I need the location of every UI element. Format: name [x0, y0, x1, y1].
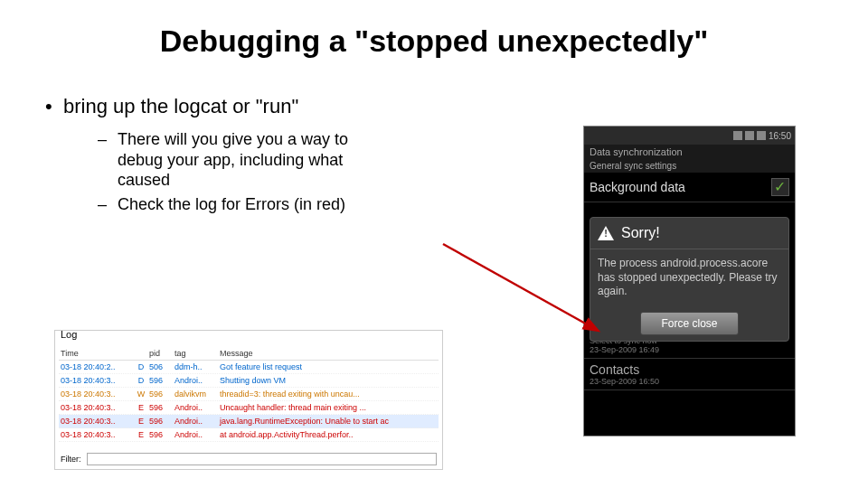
- table-row[interactable]: 03-18 20:40:3..W596dalvikvmthreadid=3: t…: [59, 388, 439, 401]
- dialog-title: Sorry!: [621, 225, 660, 241]
- checkbox[interactable]: ✓: [771, 178, 789, 196]
- svg-line-0: [443, 244, 597, 330]
- logcat-panel: Log Time pid tag Message 03-18 20:40:2..…: [54, 330, 443, 470]
- section-header: General sync settings: [584, 159, 795, 173]
- bullet-main: bring up the logcat or "run": [45, 95, 434, 118]
- android-phone-screenshot: 16:50 Data synchronization General sync …: [583, 126, 796, 436]
- filter-input[interactable]: [87, 453, 438, 465]
- dialog-message: The process android.process.acore has st…: [590, 249, 788, 306]
- table-header: Time pid tag Message: [59, 347, 439, 360]
- battery-icon: [757, 131, 766, 140]
- checkmark-icon: ✓: [774, 181, 787, 193]
- panel-label: Log: [61, 329, 77, 340]
- bullet-sub-1: There will you give you a way to debug y…: [45, 129, 389, 191]
- warning-icon: [598, 226, 614, 240]
- error-dialog: Sorry! The process android.process.acore…: [590, 217, 789, 342]
- slide-title: Debugging a "stopped unexpectedly": [0, 0, 868, 59]
- table-row[interactable]: 03-18 20:40:2..D506ddm-h..Got feature li…: [59, 361, 439, 374]
- table-row[interactable]: 03-18 20:40:3..D596Androi..Shutting down…: [59, 374, 439, 388]
- table-row[interactable]: 03-18 20:40:3..E596Androi.. at android.a…: [59, 428, 439, 442]
- screen-title: Data synchronization: [584, 145, 795, 159]
- force-close-button[interactable]: Force close: [640, 312, 738, 335]
- bullet-sub-2: Check the log for Errors (in red): [45, 194, 389, 215]
- filter-label: Filter:: [61, 455, 81, 464]
- status-bar: 16:50: [584, 127, 795, 145]
- wifi-icon: [745, 131, 754, 140]
- table-row[interactable]: 03-18 20:40:3..E596Androi..Uncaught hand…: [59, 401, 439, 415]
- table-row[interactable]: 03-18 20:40:3..E596Androi..java.lang.Run…: [59, 415, 439, 428]
- slide-body: bring up the logcat or "run" There will …: [0, 59, 434, 214]
- setting-label: Background data: [590, 180, 685, 194]
- list-item: Contacts 23-Sep-2009 16:50: [584, 359, 795, 390]
- setting-row-background-data[interactable]: Background data ✓: [584, 173, 795, 202]
- clock-label: 16:50: [769, 131, 791, 141]
- signal-icon: [733, 131, 742, 140]
